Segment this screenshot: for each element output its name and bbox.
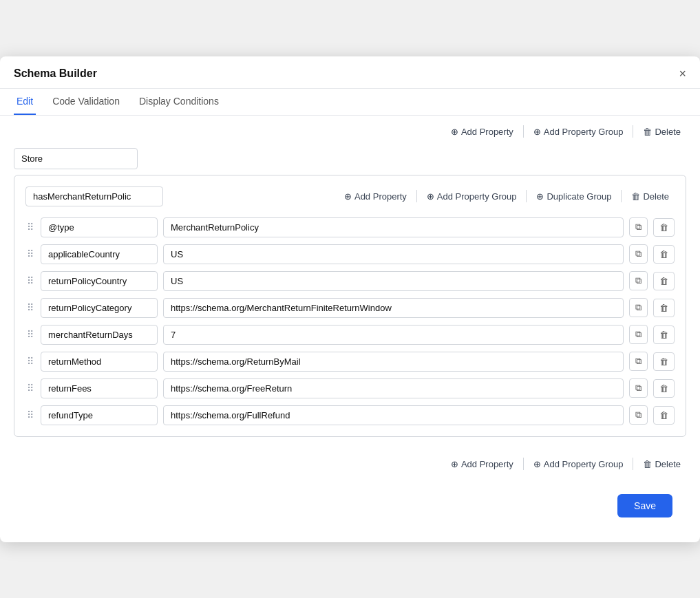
drag-handle[interactable]: ⠿ xyxy=(25,302,35,313)
table-row: ⠿ ⧉ 🗑 xyxy=(25,378,675,398)
group-add-property-group-label: Add Property Group xyxy=(437,191,517,202)
table-row: ⠿ ⧉ 🗑 xyxy=(25,217,675,237)
tab-display-conditions[interactable]: Display Conditions xyxy=(136,89,222,115)
prop-value-input[interactable] xyxy=(163,352,624,372)
prop-key-input[interactable] xyxy=(41,217,158,237)
group-add-property-button[interactable]: ⊕ Add Property xyxy=(339,189,412,204)
prop-delete-button[interactable]: 🗑 xyxy=(653,406,675,425)
prop-delete-button[interactable]: 🗑 xyxy=(653,299,675,317)
top-toolbar: ⊕ Add Property ⊕ Add Property Group 🗑 De… xyxy=(0,116,700,148)
top-add-property-label: Add Property xyxy=(461,127,513,137)
bottom-delete-label: Delete xyxy=(655,459,681,469)
bottom-add-property-button[interactable]: ⊕ Add Property xyxy=(445,456,519,472)
plus-icon-4: ⊕ xyxy=(427,191,434,202)
plus-icon-2: ⊕ xyxy=(533,127,541,137)
prop-value-input[interactable] xyxy=(163,405,624,425)
prop-copy-button[interactable]: ⧉ xyxy=(629,405,648,425)
group-delete-label: Delete xyxy=(643,191,669,202)
prop-delete-button[interactable]: 🗑 xyxy=(653,379,675,398)
bottom-add-property-group-button[interactable]: ⊕ Add Property Group xyxy=(528,456,629,472)
prop-value-input[interactable] xyxy=(163,378,624,398)
prop-key-input[interactable] xyxy=(41,271,158,291)
group-sep-1 xyxy=(416,190,417,202)
modal-title: Schema Builder xyxy=(14,67,97,88)
prop-copy-button[interactable]: ⧉ xyxy=(629,271,648,290)
close-button[interactable]: × xyxy=(679,67,686,88)
save-button[interactable]: Save xyxy=(617,494,672,517)
properties-list: ⠿ ⧉ 🗑 ⠿ ⧉ 🗑 ⠿ xyxy=(25,217,675,425)
group-add-property-group-button[interactable]: ⊕ Add Property Group xyxy=(421,189,522,204)
toolbar-separator-1 xyxy=(523,125,524,138)
prop-value-input[interactable] xyxy=(163,298,624,318)
prop-copy-button[interactable]: ⧉ xyxy=(629,244,648,264)
schema-builder-modal: Schema Builder × Edit Code Validation Di… xyxy=(0,56,700,542)
property-group: ⊕ Add Property ⊕ Add Property Group ⊕ Du… xyxy=(14,175,686,437)
table-row: ⠿ ⧉ 🗑 xyxy=(25,244,675,264)
group-add-property-label: Add Property xyxy=(354,191,407,202)
top-add-property-button[interactable]: ⊕ Add Property xyxy=(445,124,519,140)
prop-value-input[interactable] xyxy=(163,271,624,291)
prop-copy-button[interactable]: ⧉ xyxy=(629,378,648,398)
table-row: ⠿ ⧉ 🗑 xyxy=(25,352,675,372)
drag-handle[interactable]: ⠿ xyxy=(25,409,35,420)
bottom-sep-1 xyxy=(523,458,524,470)
prop-delete-button[interactable]: 🗑 xyxy=(653,352,675,371)
top-delete-label: Delete xyxy=(655,127,681,137)
prop-delete-button[interactable]: 🗑 xyxy=(653,325,675,344)
bottom-add-property-group-label: Add Property Group xyxy=(544,459,624,469)
modal-header: Schema Builder × xyxy=(0,56,700,89)
table-row: ⠿ ⧉ 🗑 xyxy=(25,298,675,318)
top-delete-button[interactable]: 🗑 Delete xyxy=(637,124,686,140)
prop-copy-button[interactable]: ⧉ xyxy=(629,298,648,317)
prop-value-input[interactable] xyxy=(163,217,624,237)
prop-delete-button[interactable]: 🗑 xyxy=(653,272,675,290)
drag-handle[interactable]: ⠿ xyxy=(25,248,35,259)
prop-key-input[interactable] xyxy=(41,352,158,372)
prop-key-input[interactable] xyxy=(41,325,158,345)
top-add-property-group-button[interactable]: ⊕ Add Property Group xyxy=(528,124,629,140)
trash-icon-group: 🗑 xyxy=(631,191,640,202)
prop-copy-button[interactable]: ⧉ xyxy=(629,325,648,344)
root-input-row xyxy=(0,148,700,169)
drag-handle[interactable]: ⠿ xyxy=(25,222,35,233)
group-sep-3 xyxy=(621,190,622,202)
plus-icon: ⊕ xyxy=(451,127,458,137)
root-name-input[interactable] xyxy=(14,148,138,169)
group-duplicate-button[interactable]: ⊕ Duplicate Group xyxy=(531,189,617,204)
tab-edit[interactable]: Edit xyxy=(14,89,36,115)
drag-handle[interactable]: ⠿ xyxy=(25,356,35,367)
bottom-add-property-label: Add Property xyxy=(461,459,513,469)
group-header: ⊕ Add Property ⊕ Add Property Group ⊕ Du… xyxy=(25,186,675,206)
prop-delete-button[interactable]: 🗑 xyxy=(653,218,675,237)
duplicate-icon: ⊕ xyxy=(536,191,544,202)
group-delete-button[interactable]: 🗑 Delete xyxy=(626,189,675,204)
tab-code-validation[interactable]: Code Validation xyxy=(50,89,123,115)
prop-key-input[interactable] xyxy=(41,244,158,264)
table-row: ⠿ ⧉ 🗑 xyxy=(25,271,675,291)
group-name-input[interactable] xyxy=(25,186,163,206)
trash-icon-top: 🗑 xyxy=(643,127,652,137)
main-content: ⊕ Add Property ⊕ Add Property Group ⊕ Du… xyxy=(0,175,700,448)
prop-value-input[interactable] xyxy=(163,244,624,264)
plus-icon-3: ⊕ xyxy=(344,191,352,202)
prop-key-input[interactable] xyxy=(41,298,158,318)
bottom-sep-2 xyxy=(633,458,633,470)
drag-handle[interactable]: ⠿ xyxy=(25,329,35,340)
group-duplicate-label: Duplicate Group xyxy=(547,191,611,202)
prop-copy-button[interactable]: ⧉ xyxy=(629,352,648,371)
prop-key-input[interactable] xyxy=(41,378,158,398)
top-add-property-group-label: Add Property Group xyxy=(544,127,624,137)
prop-key-input[interactable] xyxy=(41,405,158,425)
drag-handle[interactable]: ⠿ xyxy=(25,275,35,286)
bottom-delete-button[interactable]: 🗑 Delete xyxy=(637,456,686,472)
trash-icon-bottom: 🗑 xyxy=(643,459,652,469)
drag-handle[interactable]: ⠿ xyxy=(25,383,35,394)
group-sep-2 xyxy=(526,190,527,202)
toolbar-separator-2 xyxy=(633,125,633,138)
group-actions: ⊕ Add Property ⊕ Add Property Group ⊕ Du… xyxy=(339,189,675,204)
prop-delete-button[interactable]: 🗑 xyxy=(653,245,675,264)
tabs-bar: Edit Code Validation Display Conditions xyxy=(0,89,700,116)
prop-value-input[interactable] xyxy=(163,325,624,345)
table-row: ⠿ ⧉ 🗑 xyxy=(25,325,675,345)
prop-copy-button[interactable]: ⧉ xyxy=(629,217,648,237)
